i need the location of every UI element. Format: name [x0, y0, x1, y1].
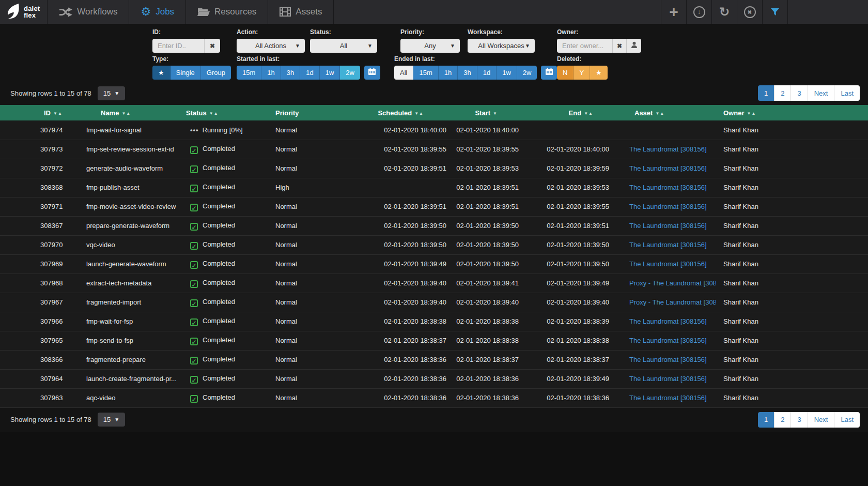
owner-clear-button[interactable]: ✖	[612, 39, 626, 53]
asset-link[interactable]: Proxy - The Laundromat [308...	[629, 298, 716, 306]
started-button-3h[interactable]: 3h	[281, 66, 300, 80]
asset-link[interactable]: Proxy - The Laundromat [308...	[629, 279, 716, 287]
page-1[interactable]: 1	[758, 412, 774, 428]
table-row[interactable]: 307964launch-create-fragmented-pr...✓Com…	[0, 369, 868, 388]
owner-input[interactable]	[557, 39, 612, 53]
asset-link[interactable]: The Laundromat [308156]	[629, 356, 707, 363]
asset-link[interactable]: The Laundromat [308156]	[629, 184, 707, 191]
column-header-owner[interactable]: Owner▼▲	[716, 105, 868, 120]
asset-link[interactable]: The Laundromat [308156]	[629, 241, 707, 249]
action-select[interactable]: All Actions ▼	[237, 39, 305, 53]
job-id-cell: 307973	[0, 140, 83, 159]
type-button-single[interactable]: Single	[171, 66, 201, 80]
ended-calendar-button[interactable]	[541, 66, 557, 80]
started-button-1d[interactable]: 1d	[300, 66, 319, 80]
shuffle-icon	[59, 7, 72, 17]
asset-link[interactable]: The Laundromat [308156]	[629, 203, 707, 210]
job-name-cell: fmp-send-to-fsp	[83, 331, 176, 350]
started-calendar-button[interactable]	[364, 66, 380, 80]
ended-button-1h[interactable]: 1h	[439, 66, 458, 80]
page-size-select[interactable]: 15 ▼	[98, 86, 125, 100]
table-row[interactable]: 308368fmp-publish-asset✓CompletedHigh02-…	[0, 178, 868, 197]
page-size-select[interactable]: 15 ▼	[98, 413, 125, 427]
asset-link[interactable]: The Laundromat [308156]	[629, 260, 707, 268]
nav-item-resources[interactable]: Resources	[186, 0, 268, 24]
ended-button-1w[interactable]: 1w	[497, 66, 517, 80]
table-row[interactable]: 307974fmp-wait-for-signal•••Running [0%]…	[0, 120, 868, 140]
asset-link[interactable]: The Laundromat [308156]	[629, 145, 707, 153]
ended-button-1d[interactable]: 1d	[477, 66, 497, 80]
asset-link[interactable]: The Laundromat [308156]	[629, 317, 707, 325]
column-header-asset[interactable]: Asset▼▲	[610, 105, 716, 120]
plus-icon[interactable]: +	[661, 0, 686, 24]
column-header-priority[interactable]: Priority	[266, 105, 349, 120]
ended-button-all[interactable]: All	[394, 66, 413, 80]
brand-logo[interactable]: daletflex	[0, 0, 48, 24]
column-header-scheduled[interactable]: Scheduled▼▲	[349, 105, 447, 120]
asset-link[interactable]: The Laundromat [308156]	[629, 394, 707, 402]
table-row[interactable]: 307967fragmented-import✓CompletedNormal0…	[0, 293, 868, 312]
page-next[interactable]: Next	[808, 412, 835, 428]
priority-select[interactable]: Any ▼	[400, 39, 460, 53]
nav-item-workflows[interactable]: Workflows	[48, 0, 129, 24]
deleted-button-n[interactable]: N	[557, 66, 574, 80]
started-button-1w[interactable]: 1w	[320, 66, 340, 80]
calendar-icon	[368, 68, 376, 78]
nav-item-assets[interactable]: Assets	[268, 0, 334, 24]
asset-link[interactable]: The Laundromat [308156]	[629, 222, 707, 230]
deleted-button-star[interactable]: ★	[590, 66, 608, 80]
column-header-start[interactable]: Start▼	[447, 105, 519, 120]
completed-check-icon: ✓	[190, 242, 198, 250]
jobs-table: ID▼▲Name▼▲Status▼▲PriorityScheduled▼▲Sta…	[0, 105, 868, 408]
table-row[interactable]: 307970vqc-video✓CompletedNormal02-01-202…	[0, 235, 868, 254]
type-button-star[interactable]: ★	[152, 66, 171, 80]
page-last[interactable]: Last	[834, 85, 860, 101]
page-2[interactable]: 2	[774, 412, 791, 428]
deleted-button-y[interactable]: Y	[574, 66, 590, 80]
asset-link[interactable]: The Laundromat [308156]	[629, 375, 707, 383]
download-icon[interactable]: ↓	[686, 0, 711, 24]
completed-check-icon: ✓	[190, 299, 198, 307]
table-row[interactable]: 307966fmp-wait-for-fsp✓CompletedNormal02…	[0, 312, 868, 331]
owner-user-button[interactable]	[626, 39, 641, 53]
page-1[interactable]: 1	[758, 85, 774, 101]
job-scheduled-cell	[349, 178, 447, 197]
table-row[interactable]: 308367prepare-generate-waveform✓Complete…	[0, 216, 868, 235]
page-next[interactable]: Next	[808, 85, 835, 101]
table-row[interactable]: 307965fmp-send-to-fsp✓CompletedNormal02-…	[0, 331, 868, 350]
id-clear-button[interactable]: ✖	[204, 39, 220, 53]
table-row[interactable]: 307971fmp-movie-asset-video-review✓Compl…	[0, 197, 868, 216]
refresh-icon[interactable]: ↻	[711, 0, 737, 24]
page-3[interactable]: 3	[791, 412, 808, 428]
id-input[interactable]	[152, 39, 204, 53]
column-header-end[interactable]: End▼▲	[519, 105, 610, 120]
filter-icon[interactable]	[762, 0, 787, 24]
ended-button-2w[interactable]: 2w	[517, 66, 537, 80]
table-row[interactable]: 307973fmp-set-review-session-ext-id✓Comp…	[0, 140, 868, 159]
table-row[interactable]: 307969launch-generate-waveform✓Completed…	[0, 254, 868, 274]
page-2[interactable]: 2	[774, 85, 791, 101]
page-3[interactable]: 3	[791, 85, 808, 101]
type-button-group[interactable]: Group	[201, 66, 231, 80]
ended-button-3h[interactable]: 3h	[458, 66, 477, 80]
column-header-status[interactable]: Status▼▲	[176, 105, 266, 120]
table-row[interactable]: 308366fragmented-prepare✓CompletedNormal…	[0, 350, 868, 369]
table-row[interactable]: 307972generate-audio-waveform✓CompletedN…	[0, 159, 868, 178]
asset-link[interactable]: The Laundromat [308156]	[629, 337, 707, 344]
started-button-2w[interactable]: 2w	[340, 66, 360, 80]
cancel-circle-icon[interactable]: ✖	[737, 0, 762, 24]
started-button-15m[interactable]: 15m	[237, 66, 261, 80]
status-select[interactable]: All ▼	[310, 39, 377, 53]
ended-button-15m[interactable]: 15m	[413, 66, 438, 80]
column-header-id[interactable]: ID▼▲	[0, 105, 83, 120]
table-row[interactable]: 307968extract-tech-metadata✓CompletedNor…	[0, 274, 868, 293]
page-last[interactable]: Last	[834, 412, 860, 428]
nav-item-jobs[interactable]: ⚙Jobs	[129, 0, 186, 24]
completed-check-icon: ✓	[190, 146, 198, 154]
table-row[interactable]: 307963aqc-video✓CompletedNormal02-01-202…	[0, 388, 868, 407]
asset-link[interactable]: The Laundromat [308156]	[629, 164, 707, 172]
column-header-name[interactable]: Name▼▲	[83, 105, 176, 120]
workspace-select[interactable]: All Workspaces ▼	[468, 39, 535, 53]
started-button-1h[interactable]: 1h	[261, 66, 281, 80]
job-id-cell: 307963	[0, 388, 83, 407]
